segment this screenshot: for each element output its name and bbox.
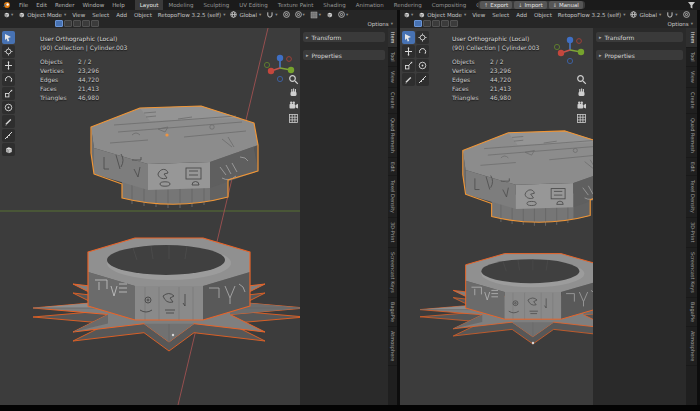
tab-tool[interactable]: Tool	[686, 48, 697, 67]
navigation-gizmo[interactable]	[552, 34, 588, 70]
tab-screencast-keys[interactable]: Screencast Keys	[388, 248, 397, 298]
shading-material-button[interactable]	[423, 20, 431, 27]
zoom-icon[interactable]	[288, 74, 299, 85]
tab-tool[interactable]: Tool	[388, 48, 397, 67]
editor-type-icon[interactable]	[3, 11, 13, 18]
retopoflow-menu[interactable]: RetopoFlow 3.2.5 (self)	[558, 12, 626, 18]
model-hieroglyph-puck-left[interactable]	[91, 106, 258, 208]
proportional-edit-icon[interactable]	[683, 11, 690, 18]
tab-atmosphere[interactable]: Atmosphere	[388, 327, 397, 366]
transform-panel-header[interactable]: Transform	[596, 32, 683, 42]
snap-magnet-icon[interactable]	[266, 11, 277, 19]
tool-scale[interactable]	[402, 59, 415, 72]
tool-select-box[interactable]	[2, 31, 15, 44]
tool-measure[interactable]	[2, 129, 15, 142]
retopoflow-menu[interactable]: RetopoFlow 3.2.5 (self)	[158, 12, 226, 18]
tool-add-cube[interactable]	[2, 143, 15, 156]
zoom-icon[interactable]	[576, 74, 587, 85]
tab-item[interactable]: Item	[388, 28, 397, 48]
shading-rendered-button[interactable]	[73, 20, 81, 27]
tab-atmosphere[interactable]: Atmosphere	[686, 327, 697, 366]
tab-texel-density[interactable]: Texel Density	[686, 176, 697, 218]
tool-move[interactable]	[2, 59, 15, 72]
tab-3d-print[interactable]: 3D-Print	[388, 218, 397, 247]
tool-select-box[interactable]	[402, 31, 415, 44]
transform-panel-header[interactable]: Transform	[303, 32, 385, 42]
import-button[interactable]: ↓Import	[514, 1, 546, 9]
mode-select[interactable]: Object Mode	[418, 11, 466, 18]
model-hieroglyph-star-ring-left[interactable]	[33, 238, 305, 351]
tool-transform[interactable]	[2, 101, 15, 114]
gizmos-toggle-icon[interactable]	[295, 11, 305, 18]
orientation-select[interactable]: Global	[630, 11, 661, 18]
tool-annotate[interactable]	[2, 115, 15, 128]
orientation-select[interactable]: Global	[230, 11, 261, 18]
tab-create[interactable]: Create	[388, 88, 397, 114]
shading-wireframe-button[interactable]	[82, 20, 90, 27]
tool-cursor[interactable]	[2, 45, 15, 58]
tool-rotate[interactable]	[416, 45, 429, 58]
shading-rendered-button[interactable]	[432, 20, 440, 27]
tool-move[interactable]	[402, 45, 415, 58]
tab-bagapie[interactable]: BagaPie	[388, 298, 397, 327]
menu-help[interactable]: Help	[108, 2, 129, 8]
shading-toggle-button[interactable]	[450, 20, 458, 27]
tool-cursor[interactable]	[416, 31, 429, 44]
pan-hand-icon[interactable]	[576, 87, 587, 98]
properties-panel-header[interactable]: Properties	[596, 50, 683, 60]
tool-measure[interactable]	[416, 73, 429, 86]
menu-edit[interactable]: Edit	[32, 2, 51, 8]
workspace-tab-modeling[interactable]: Modeling	[163, 0, 198, 10]
shading-wireframe-button[interactable]	[441, 20, 449, 27]
camera-view-icon[interactable]	[576, 100, 587, 111]
tab-quad-remesh[interactable]: Quad Remesh	[686, 114, 697, 158]
tool-annotate[interactable]	[402, 73, 415, 86]
viewport-left-canvas[interactable]: User Orthographic (Local) (90) Collectio…	[0, 28, 397, 405]
tab-texel-density[interactable]: Texel Density	[388, 176, 397, 218]
tool-scale[interactable]	[2, 87, 15, 100]
tool-transform[interactable]	[416, 59, 429, 72]
menu-window[interactable]: Window	[78, 2, 108, 8]
tab-screencast-keys[interactable]: Screencast Keys	[686, 248, 697, 298]
scene-filter-icon[interactable]	[687, 1, 696, 9]
pan-hand-icon[interactable]	[288, 87, 299, 98]
tab-edit[interactable]: Edit	[388, 158, 397, 177]
viewport-right-canvas[interactable]: User Orthographic (Local) (90) Collectio…	[400, 28, 697, 405]
xray-toggle-icon[interactable]	[326, 11, 333, 18]
tab-quad-remesh[interactable]: Quad Remesh	[388, 114, 397, 158]
menu-file[interactable]: File	[15, 2, 32, 8]
view-menu[interactable]: View	[71, 12, 86, 18]
tab-3d-print[interactable]: 3D-Print	[686, 218, 697, 247]
tab-item[interactable]: Item	[686, 28, 697, 48]
shading-toggle-button[interactable]	[91, 20, 99, 27]
export-button[interactable]: ↑Export	[480, 1, 512, 9]
add-menu[interactable]: Add	[515, 12, 528, 18]
manual-button[interactable]: ⇓Manual	[549, 1, 583, 9]
add-menu[interactable]: Add	[115, 12, 128, 18]
overlays-toggle-icon[interactable]	[310, 11, 321, 19]
workspace-tab-layout[interactable]: Layout	[135, 0, 164, 10]
shading-material-button[interactable]	[64, 20, 72, 27]
select-menu[interactable]: Select	[491, 12, 510, 18]
blender-logo-icon[interactable]	[3, 1, 11, 9]
options-menu[interactable]: Options	[368, 21, 394, 27]
workspace-tab-sculpting[interactable]: Sculpting	[198, 0, 234, 10]
tab-edit[interactable]: Edit	[686, 158, 697, 177]
object-menu[interactable]: Object	[133, 12, 153, 18]
shading-solid-button[interactable]	[414, 20, 422, 27]
properties-panel-header[interactable]: Properties	[303, 50, 385, 60]
mode-select[interactable]: Object Mode	[18, 11, 66, 18]
tab-bagapie[interactable]: BagaPie	[686, 298, 697, 327]
tool-rotate[interactable]	[2, 73, 15, 86]
select-menu[interactable]: Select	[91, 12, 110, 18]
tab-view[interactable]: View	[686, 67, 697, 88]
workspace-tab-animation[interactable]: Animation	[351, 0, 389, 10]
editor-type-icon[interactable]	[403, 11, 413, 18]
viewport-divider[interactable]	[397, 10, 400, 405]
shading-mode-icon[interactable]	[338, 11, 348, 18]
shading-solid-button[interactable]	[55, 20, 63, 27]
workspace-tab-uv-editing[interactable]: UV Editing	[234, 0, 273, 10]
options-menu[interactable]: Options	[668, 21, 694, 27]
workspace-tab-compositing[interactable]: Compositing	[427, 0, 471, 10]
workspace-tab-rendering[interactable]: Rendering	[389, 0, 427, 10]
